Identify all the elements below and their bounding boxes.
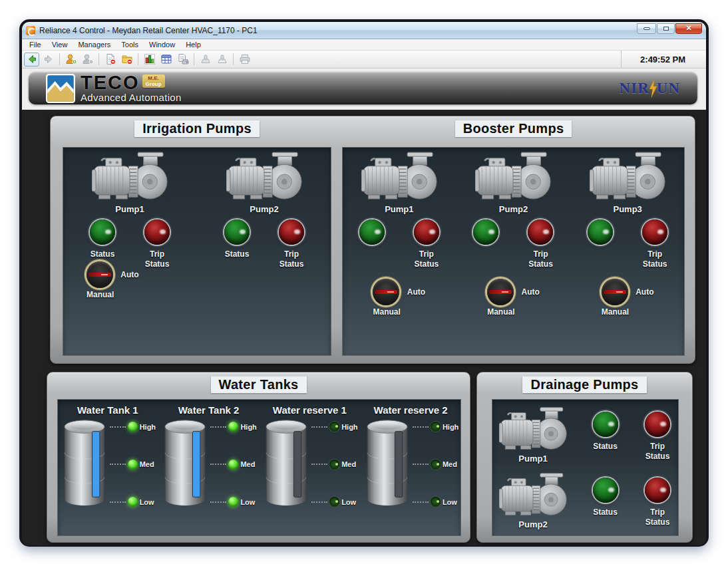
switch-knob[interactable] [87, 261, 113, 288]
level-row-high: High [110, 422, 156, 432]
connector-line [413, 501, 429, 503]
maximize-button[interactable] [657, 23, 675, 34]
report-print-icon[interactable] [175, 53, 190, 67]
menu-managers[interactable]: Managers [73, 40, 116, 49]
tank-body: HighMedLow [262, 416, 357, 513]
status-light-group [583, 219, 618, 269]
trip-status-light [528, 219, 553, 245]
menu-file[interactable]: File [24, 40, 47, 49]
pump-lights: Trip Status [468, 219, 558, 269]
pump-unit: Pump1Trip StatusAutoManual [344, 151, 454, 317]
pump-label: Pump3 [613, 204, 641, 214]
stop-project-icon[interactable] [119, 53, 134, 67]
status-light [473, 219, 498, 245]
level-led-med [128, 460, 138, 470]
status-light-label: Status [588, 507, 623, 517]
level-row-low: Low [311, 497, 357, 507]
connector-line [210, 464, 226, 465]
forward-icon[interactable] [41, 53, 56, 67]
irrigation-panel: Pump1StatusTrip Status Pump2StatusTrip S… [63, 147, 331, 356]
trip-status-light-label: Trip Status [409, 249, 444, 269]
trip-status-light-label: Trip Status [140, 249, 174, 269]
trip-status-light-label: Trip Status [640, 507, 675, 527]
pump-image [499, 406, 567, 455]
pump-image [590, 151, 665, 206]
auto-manual-switch: AutoManual [487, 279, 540, 317]
water-tanks-section-title: Water Tanks [211, 376, 307, 393]
ack-all-alarms-icon[interactable] [214, 53, 230, 67]
pump-label: Pump1 [518, 454, 547, 464]
drainage-panel: Pump1StatusTrip Status Pump2StatusTrip S… [492, 399, 679, 536]
status-light-group [468, 219, 503, 269]
trend-chart-icon[interactable] [142, 53, 157, 67]
status-light [359, 219, 385, 245]
tank-label: Water Tank 2 [178, 404, 240, 416]
status-light-label [355, 249, 389, 259]
toolbar-buttons [24, 51, 621, 68]
booster-panel: Pump1Trip StatusAutoManual Pump2Trip Sta… [342, 147, 685, 356]
menu-bar: FileViewManagersToolsWindowHelp [22, 39, 706, 51]
banner-bar: TECO M.E. Group Advanced Automation NIR … [29, 72, 697, 104]
connector-line [110, 464, 126, 465]
data-table-icon[interactable] [158, 53, 174, 67]
switch-auto-label: Auto [120, 270, 138, 279]
switch-manual-label: Manual [487, 307, 514, 317]
status-light-label: Status [588, 442, 623, 452]
switch-knob[interactable] [602, 279, 628, 305]
trip-status-light [279, 219, 304, 245]
auto-manual-switch: AutoManual [373, 279, 425, 317]
level-led-med [431, 460, 441, 470]
switch-knob[interactable] [487, 279, 514, 305]
tank-unit: Water Tank 1 HighMedLow [58, 402, 158, 513]
minimize-icon [643, 27, 650, 30]
teco-tagline: Advanced Automation [81, 92, 182, 103]
title-bar[interactable]: Reliance 4 Control - Meydan Retail Cente… [22, 22, 706, 39]
minimize-button[interactable] [637, 23, 656, 34]
trip-status-light-label: Trip Status [523, 249, 558, 269]
ack-alarm-icon[interactable] [198, 53, 213, 67]
level-row-high: High [210, 422, 256, 432]
switch-manual-label: Manual [602, 307, 629, 317]
login-user-icon[interactable] [63, 53, 79, 67]
status-light-label [583, 249, 618, 259]
tank-image [160, 416, 210, 513]
back-icon[interactable] [24, 53, 39, 67]
level-row-low: Low [210, 497, 256, 507]
stop-document-icon[interactable] [102, 53, 118, 67]
trip-status-light-group: Trip Status [639, 478, 676, 527]
status-light-group [355, 219, 389, 269]
status-light [224, 219, 250, 245]
logout-user-icon[interactable] [80, 53, 95, 67]
teco-me-group-badge: M.E. Group [142, 74, 165, 88]
maximize-icon [663, 27, 669, 31]
menu-view[interactable]: View [47, 40, 73, 49]
printer-icon[interactable] [237, 53, 252, 67]
status-light-group: Status [220, 219, 254, 269]
badge-line1: M.E. [146, 75, 162, 81]
status-light [593, 412, 618, 437]
tank-unit: Water reserve 1 HighMedLow [260, 402, 359, 513]
level-row-med: Med [110, 460, 156, 470]
switch-knob[interactable] [373, 279, 399, 305]
trip-status-light [642, 219, 667, 245]
tank-unit: Water reserve 2 HighMedLow [361, 402, 460, 513]
pumps-group-container: Irrigation Pumps Booster Pumps Pump1Stat… [50, 116, 695, 364]
pump-lights: StatusTrip Status [220, 219, 309, 269]
switch-manual-label: Manual [373, 307, 400, 317]
trip-status-light [645, 478, 670, 503]
status-light [593, 478, 618, 503]
pump-label: Pump2 [499, 204, 528, 214]
toolbar-separator [194, 53, 194, 65]
close-button[interactable]: ✕ [675, 23, 702, 34]
pump-unit: Pump1 [494, 406, 572, 464]
tank-label: Water reserve 1 [273, 404, 347, 416]
menu-tools[interactable]: Tools [116, 40, 144, 49]
booster-title-wrap: Booster Pumps [342, 120, 685, 137]
irrigation-pumps-row: Pump1StatusTrip Status Pump2StatusTrip S… [63, 147, 331, 269]
pump-lights: Trip Status [583, 219, 672, 269]
pump-image [92, 151, 168, 206]
tank-label: Water Tank 1 [77, 404, 138, 416]
level-led-med [329, 460, 339, 470]
menu-window[interactable]: Window [144, 40, 180, 49]
menu-help[interactable]: Help [180, 40, 206, 49]
